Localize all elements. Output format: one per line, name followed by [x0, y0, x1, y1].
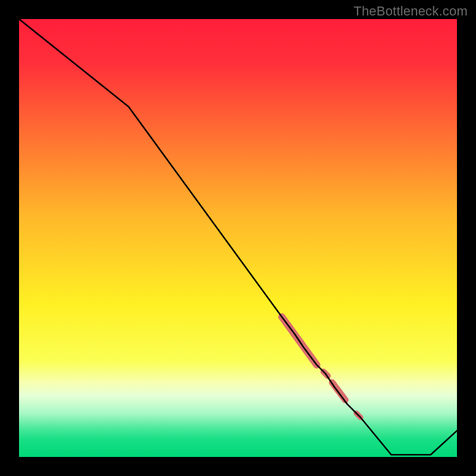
gradient-background: [19, 19, 457, 457]
chart-stage: TheBottleneck.com: [0, 0, 476, 476]
plot-area: [19, 19, 457, 457]
watermark-text: TheBottleneck.com: [353, 4, 468, 19]
chart-svg: [19, 19, 457, 457]
